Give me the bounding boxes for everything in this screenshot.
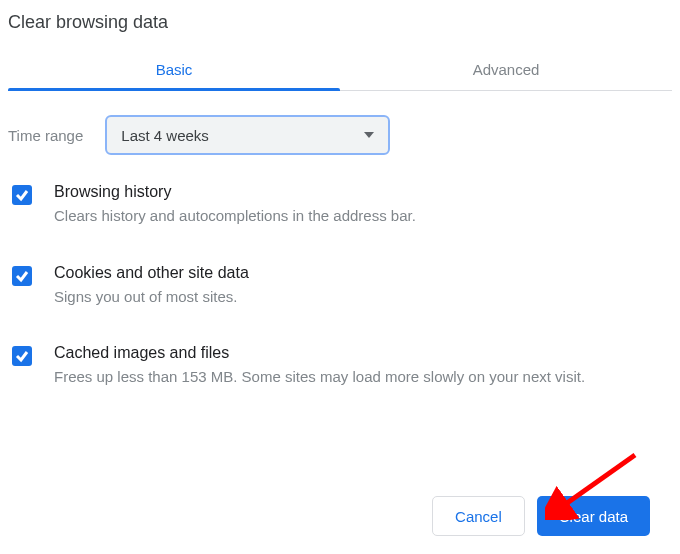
option-browsing-history: Browsing history Clears history and auto… [8, 183, 672, 264]
tabs: Basic Advanced [8, 49, 672, 91]
checkbox-browsing-history[interactable] [12, 185, 32, 205]
option-desc: Clears history and autocompletions in th… [54, 205, 672, 228]
option-title: Browsing history [54, 183, 672, 205]
option-title: Cached images and files [54, 344, 672, 366]
option-text: Browsing history Clears history and auto… [54, 183, 672, 228]
check-icon [15, 349, 29, 363]
chevron-down-icon [364, 132, 374, 138]
check-icon [15, 269, 29, 283]
option-desc: Frees up less than 153 MB. Some sites ma… [54, 366, 672, 389]
option-cached: Cached images and files Frees up less th… [8, 344, 672, 425]
tab-basic[interactable]: Basic [8, 49, 340, 90]
option-desc: Signs you out of most sites. [54, 286, 672, 309]
dialog-title: Clear browsing data [8, 8, 672, 49]
option-cookies: Cookies and other site data Signs you ou… [8, 264, 672, 345]
tab-advanced[interactable]: Advanced [340, 49, 672, 90]
option-title: Cookies and other site data [54, 264, 672, 286]
time-range-select[interactable]: Last 4 weeks [105, 115, 390, 155]
time-range-row: Time range Last 4 weeks [8, 91, 672, 183]
time-range-value: Last 4 weeks [121, 127, 209, 144]
checkbox-cached[interactable] [12, 346, 32, 366]
checkbox-cookies[interactable] [12, 266, 32, 286]
time-range-label: Time range [8, 127, 83, 144]
dialog-footer: Cancel Clear data [432, 496, 650, 536]
option-text: Cached images and files Frees up less th… [54, 344, 672, 389]
option-text: Cookies and other site data Signs you ou… [54, 264, 672, 309]
cancel-button[interactable]: Cancel [432, 496, 525, 536]
check-icon [15, 188, 29, 202]
clear-data-button[interactable]: Clear data [537, 496, 650, 536]
